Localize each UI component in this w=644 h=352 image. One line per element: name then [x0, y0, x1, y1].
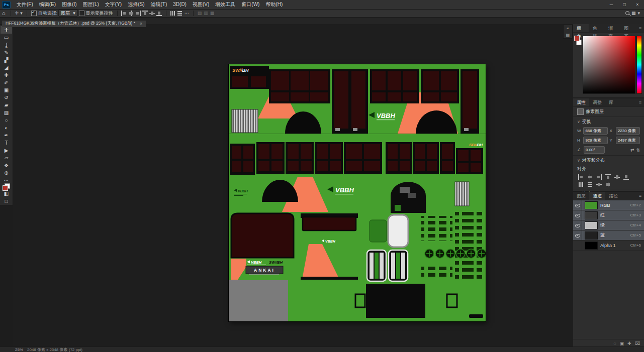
menu-layer[interactable]: 图层(L): [80, 0, 102, 9]
brush-tool-icon[interactable]: ✐: [1, 79, 12, 86]
maximize-button[interactable]: □: [618, 0, 631, 9]
delete-channel-icon[interactable]: ⌧: [635, 341, 640, 346]
menu-edit[interactable]: 编辑(E): [36, 0, 59, 9]
panel-menu-icon[interactable]: ≡: [636, 98, 644, 106]
document-canvas[interactable]: SW//BH VBBH: [229, 64, 486, 321]
tab-swatches[interactable]: 色板: [589, 24, 604, 32]
active-tool-indicator[interactable]: ✛▾: [14, 11, 24, 16]
channel-row-rgb[interactable]: RGB Ctrl+2: [573, 200, 644, 210]
move-tool-icon[interactable]: ✛: [1, 26, 12, 34]
menu-select[interactable]: 选择(S): [125, 0, 147, 9]
more-options-icon[interactable]: ⋯: [183, 11, 190, 16]
saturation-brightness-field[interactable]: [583, 36, 635, 94]
visibility-toggle[interactable]: [573, 210, 582, 220]
hand-tool-icon[interactable]: ❖: [1, 162, 12, 169]
align-section-header[interactable]: ∨ 对齐和分布: [573, 155, 644, 164]
pen-tool-icon[interactable]: ✒: [1, 132, 12, 139]
align-top-icon[interactable]: [142, 11, 148, 16]
menu-type[interactable]: 文字(Y): [102, 0, 125, 9]
hue-slider[interactable]: [636, 36, 642, 94]
align-middle-v-icon[interactable]: [149, 11, 155, 16]
tab-color[interactable]: 颜色: [573, 24, 589, 32]
dodge-tool-icon[interactable]: ◐: [1, 124, 12, 132]
visibility-toggle[interactable]: [573, 230, 582, 240]
distribute-middle-icon[interactable]: [605, 182, 611, 187]
align-bottom-icon[interactable]: [156, 11, 162, 16]
width-field[interactable]: 658 像素: [583, 127, 607, 135]
auto-select-checkbox[interactable]: [31, 11, 37, 16]
dock-panel-icon[interactable]: ▤: [566, 32, 570, 38]
shape-tool-icon[interactable]: ▱: [1, 154, 12, 162]
visibility-toggle[interactable]: [573, 220, 582, 230]
auto-select-option[interactable]: 自动选择:: [30, 10, 59, 17]
distribute-vertical-icon[interactable]: [578, 182, 584, 187]
tab-gradients[interactable]: 渐变: [605, 24, 620, 32]
zoom-tool-icon[interactable]: ⊕: [1, 169, 12, 177]
workspace-switcher-icon[interactable]: ▦: [630, 11, 637, 16]
align-bottom-icon[interactable]: [623, 174, 629, 180]
align-top-icon[interactable]: [605, 174, 611, 180]
x-field[interactable]: 2230 像素: [616, 127, 640, 135]
canvas-workspace[interactable]: SW//BH VBBH: [13, 24, 573, 347]
screen-mode-icon[interactable]: □: [1, 197, 12, 205]
tab-adjustments[interactable]: 调整: [589, 98, 605, 106]
menu-3d[interactable]: 3D(D): [170, 0, 190, 9]
collapse-panels-icon[interactable]: «: [567, 25, 569, 32]
tab-patterns[interactable]: 图案: [620, 24, 636, 32]
align-left-icon[interactable]: [578, 174, 584, 180]
distribute-horizontal-icon[interactable]: [587, 182, 593, 187]
menu-filter[interactable]: 滤镜(T): [148, 0, 170, 9]
search-icon[interactable]: [625, 11, 630, 16]
workspace-chevron-icon[interactable]: ▾: [636, 11, 641, 16]
document-tab[interactable]: HFF6104GK39烤漆新模板（方管式体）.psd @ 25% (天窗, RG…: [2, 21, 146, 27]
height-field[interactable]: 929 像素: [583, 137, 607, 144]
flip-horizontal-icon[interactable]: ⇄: [630, 148, 634, 153]
distribute-vertical-icon[interactable]: [170, 11, 175, 16]
align-center-h-icon[interactable]: [587, 174, 593, 180]
visibility-toggle[interactable]: [573, 241, 582, 250]
align-right-icon[interactable]: [135, 11, 141, 16]
blur-tool-icon[interactable]: ○: [1, 116, 12, 124]
crop-tool-icon[interactable]: ▞: [1, 56, 12, 64]
distribute-horizontal-icon[interactable]: [177, 11, 182, 16]
minimize-button[interactable]: ─: [605, 0, 618, 9]
menu-view[interactable]: 视图(V): [190, 0, 212, 9]
tab-properties[interactable]: 属性: [573, 98, 589, 106]
distribute-center-icon[interactable]: [596, 182, 602, 187]
visibility-toggle[interactable]: [573, 200, 582, 210]
show-transform-checkbox[interactable]: [79, 11, 84, 16]
y-field[interactable]: 2497 像素: [616, 137, 640, 144]
home-icon[interactable]: ⌂: [0, 10, 8, 16]
rotation-field[interactable]: 0.00°: [584, 146, 605, 154]
close-button[interactable]: ×: [631, 0, 644, 9]
menu-window[interactable]: 窗口(W): [238, 0, 262, 9]
save-selection-icon[interactable]: ▣: [620, 341, 624, 346]
tab-libraries[interactable]: 库: [605, 98, 617, 106]
channel-row-blue[interactable]: 蓝 Ctrl+5: [573, 230, 644, 241]
menu-plugins[interactable]: 增效工具: [212, 0, 238, 9]
load-selection-icon[interactable]: ◌: [613, 341, 616, 346]
clone-stamp-tool-icon[interactable]: ▣: [1, 86, 12, 94]
eyedropper-tool-icon[interactable]: ◢: [1, 64, 12, 71]
menu-image[interactable]: 图像(I): [59, 0, 79, 9]
history-brush-tool-icon[interactable]: ↺: [1, 94, 12, 101]
channel-row-alpha[interactable]: Alpha 1 Ctrl+6: [573, 241, 644, 251]
tab-channels[interactable]: 通道: [589, 192, 605, 200]
align-middle-v-icon[interactable]: [614, 174, 620, 180]
show-transform-option[interactable]: 显示变换控件: [78, 10, 114, 17]
panel-menu-icon[interactable]: ≡: [636, 24, 644, 32]
transform-section-header[interactable]: ∨ 变换: [573, 116, 644, 126]
foreground-background-swatches[interactable]: [2, 185, 11, 189]
zoom-level[interactable]: 25%: [15, 347, 23, 352]
menu-help[interactable]: 帮助(H): [262, 0, 286, 9]
gradient-tool-icon[interactable]: ▨: [1, 109, 12, 116]
channel-row-red[interactable]: 红 Ctrl+3: [573, 210, 644, 220]
align-left-icon[interactable]: [121, 11, 127, 16]
foreground-background-swatches[interactable]: [574, 36, 582, 49]
tab-layers[interactable]: 图层: [573, 192, 589, 200]
quick-selection-tool-icon[interactable]: ✎: [1, 49, 12, 56]
marquee-tool-icon[interactable]: ▭: [1, 34, 12, 41]
healing-brush-tool-icon[interactable]: ✚: [1, 71, 12, 79]
auto-select-target-dropdown[interactable]: 图层 ▾: [58, 10, 78, 17]
align-center-h-icon[interactable]: [128, 11, 134, 16]
